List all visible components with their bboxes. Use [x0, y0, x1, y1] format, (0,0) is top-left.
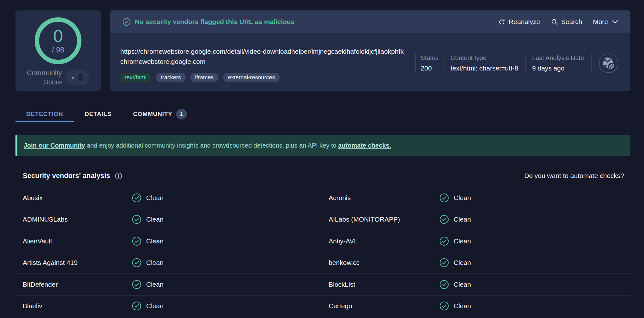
check-circle-icon	[439, 193, 449, 203]
verdict-text: No security vendors flagged this URL as …	[135, 18, 295, 26]
check-circle-icon	[122, 18, 131, 26]
detection-result: Clean	[439, 236, 630, 246]
table-row: ADMINUSLabs Clean AILabs (MONITORAPP) Cl…	[15, 209, 630, 231]
community-count-badge: 1	[176, 109, 187, 119]
vendor-name: BlockList	[329, 281, 439, 288]
tag-external-resources[interactable]: external-resources	[223, 73, 280, 82]
check-circle-icon	[132, 280, 141, 289]
detection-result: Clean	[439, 280, 630, 289]
detection-label: Clean	[454, 194, 471, 202]
section-title: Security vendors' analysis	[23, 172, 110, 180]
reanalyze-button[interactable]: Reanalyze	[498, 18, 540, 26]
tab-bar: DETECTION DETAILS COMMUNITY 1	[15, 107, 630, 122]
detection-label: Clean	[146, 194, 164, 202]
tag-text-html[interactable]: text/html	[120, 73, 151, 82]
vendor-name: benkow.cc	[329, 259, 439, 266]
top-section: 0 / 98 Community Score	[15, 10, 630, 91]
analyzed-url: https://chromewebstore.google.com/detail…	[120, 46, 415, 57]
detection-label: Clean	[454, 216, 471, 223]
meta-block: Status 200 Content type text/html; chars…	[415, 44, 619, 82]
check-circle-icon	[132, 301, 141, 311]
detection-label: Clean	[146, 216, 164, 223]
report-header-card: No security vendors flagged this URL as …	[110, 10, 630, 91]
more-button[interactable]: More	[593, 18, 619, 26]
vendor-name: Certego	[329, 302, 439, 310]
join-community-link[interactable]: Join our Community	[24, 142, 85, 149]
detection-result: Clean	[132, 236, 329, 246]
detection-result: Clean	[132, 215, 329, 224]
vendor-name: Blueliv	[23, 302, 132, 310]
tag-iframes[interactable]: iframes	[190, 73, 218, 82]
detection-result: Clean	[439, 193, 630, 203]
detection-result: Clean	[132, 301, 329, 311]
header-body: https://chromewebstore.google.com/detail…	[110, 33, 630, 82]
url-block: https://chromewebstore.google.com/detail…	[120, 46, 415, 82]
tab-details[interactable]: DETAILS	[74, 107, 122, 122]
table-row: Blueliv Clean Certego Clean	[15, 296, 630, 317]
verdict-strip: No security vendors flagged this URL as …	[110, 10, 630, 33]
score-value: 0	[53, 27, 63, 45]
tags-row: text/html trackers iframes external-reso…	[120, 73, 415, 82]
table-row: BitDefender Clean BlockList Clean	[15, 274, 630, 296]
automate-checks-prompt[interactable]: Do you want to automate checks?	[524, 172, 624, 180]
community-score-card: 0 / 98 Community Score	[15, 10, 101, 91]
detection-label: Clean	[146, 237, 164, 245]
vendor-name: Acronis	[329, 194, 439, 202]
detection-result: Clean	[132, 280, 329, 289]
detection-result: Clean	[132, 258, 329, 267]
tag-trackers[interactable]: trackers	[156, 73, 186, 82]
detection-label: Clean	[454, 281, 471, 288]
join-community-banner: Join our Community and enjoy additional …	[15, 135, 630, 156]
detection-label: Clean	[454, 259, 471, 266]
detection-score-ring: 0 / 98	[35, 17, 81, 64]
vendor-name: Abusix	[23, 194, 132, 202]
detection-result: Clean	[439, 301, 630, 311]
meta-divider	[591, 54, 592, 73]
vote-carets	[78, 74, 83, 81]
vendor-name: AlienVault	[23, 237, 132, 245]
chevron-down-icon	[611, 20, 619, 24]
vendor-name: ADMINUSLabs	[23, 216, 132, 223]
verdict: No security vendors flagged this URL as …	[122, 18, 295, 26]
check-circle-icon	[439, 258, 449, 267]
check-circle-icon	[439, 301, 449, 311]
community-score-label: Community Score	[27, 69, 62, 87]
reanalyze-icon	[498, 18, 505, 26]
url-globe-icon	[599, 53, 619, 73]
detection-label: Clean	[146, 259, 164, 266]
vendor-name: Artists Against 419	[23, 259, 132, 266]
banner-text: and enjoy additional community insights …	[85, 142, 338, 149]
vendor-name: AILabs (MONITORAPP)	[329, 216, 439, 223]
check-circle-icon	[439, 215, 449, 224]
downvote-icon[interactable]	[78, 78, 83, 81]
check-circle-icon	[132, 193, 141, 203]
meta-content-type: Content type text/html; charset=utf-8	[444, 44, 525, 82]
tab-detection[interactable]: DETECTION	[15, 107, 74, 122]
vendor-name: BitDefender	[23, 281, 132, 288]
search-button[interactable]: Search	[551, 18, 582, 26]
analyzed-domain: chromewebstore.google.com	[120, 57, 415, 67]
virustotal-url-report: 0 / 98 Community Score	[0, 0, 644, 318]
meta-last-analysis: Last Analysis Date 9 days ago	[526, 44, 591, 82]
community-vote-widget[interactable]	[65, 70, 89, 85]
tab-community[interactable]: COMMUNITY 1	[122, 107, 197, 122]
table-row: Artists Against 419 Clean benkow.cc Clea…	[15, 252, 630, 274]
meta-status: Status 200	[416, 44, 444, 82]
upvote-icon[interactable]	[78, 74, 83, 77]
search-icon	[551, 18, 558, 26]
vendor-table: Abusix Clean Acronis Clean ADMINUSLabs C…	[15, 187, 630, 317]
detection-result: Clean	[439, 258, 630, 267]
detection-result: Clean	[439, 215, 630, 224]
check-circle-icon	[439, 280, 449, 289]
check-circle-icon	[132, 236, 141, 246]
info-icon[interactable]	[115, 172, 122, 180]
check-circle-icon	[132, 215, 141, 224]
vote-dot-icon	[72, 77, 74, 79]
check-circle-icon	[439, 236, 449, 246]
table-row: AlienVault Clean Antiy-AVL Clean	[15, 230, 630, 252]
detection-label: Clean	[454, 302, 471, 310]
vendor-name: Antiy-AVL	[329, 237, 439, 245]
header-actions: Reanalyze Search More	[498, 18, 619, 26]
automate-checks-link[interactable]: automate checks.	[338, 142, 391, 149]
score-total: / 98	[52, 46, 64, 54]
